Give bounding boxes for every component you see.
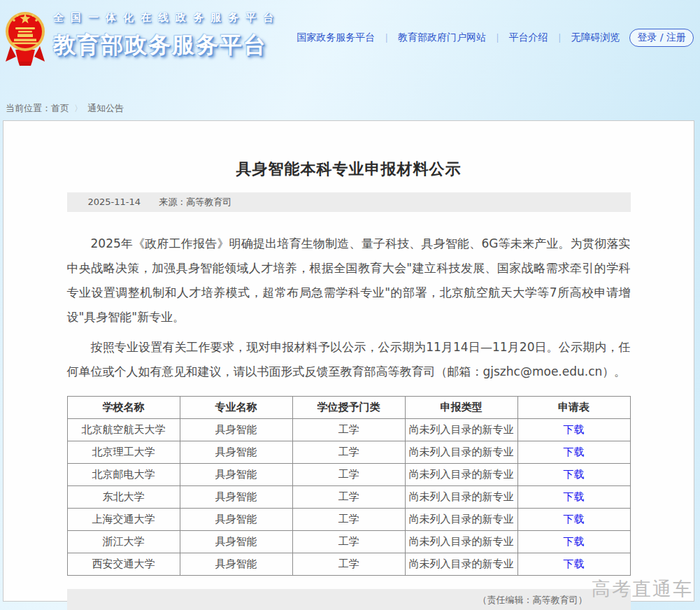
cell-type: 尚未列入目录的新专业 bbox=[405, 553, 517, 576]
editor-note: （责任编辑：高等教育司） bbox=[478, 595, 587, 605]
watermark: 高考直通车 bbox=[592, 576, 693, 602]
cell-school: 北京理工大学 bbox=[67, 441, 180, 464]
cell-school: 北京邮电大学 bbox=[67, 464, 180, 486]
nav-separator: ｜ bbox=[555, 31, 564, 44]
table-body: 北京航空航天大学具身智能工学尚未列入目录的新专业下载北京理工大学具身智能工学尚未… bbox=[67, 419, 630, 576]
download-link[interactable]: 下载 bbox=[564, 513, 585, 525]
article-source: 来源：高等教育司 bbox=[159, 197, 231, 207]
breadcrumb-home-link[interactable]: 首页 bbox=[51, 103, 69, 113]
application-table: 学校名称 专业名称 学位授予门类 申报类型 申请表 北京航空航天大学具身智能工学… bbox=[67, 396, 631, 576]
page: 全国一体化在线政务服务平台 教育部政务服务平台 国家政务服务平台 ｜ 教育部政府… bbox=[0, 0, 700, 610]
national-emblem-icon bbox=[4, 6, 46, 70]
nav-separator: ｜ bbox=[493, 31, 502, 44]
nav-link-national-platform[interactable]: 国家政务服务平台 bbox=[297, 31, 375, 44]
site-header: 全国一体化在线政务服务平台 教育部政务服务平台 国家政务服务平台 ｜ 教育部政府… bbox=[0, 0, 700, 98]
editor-bar: （责任编辑：高等教育司） bbox=[67, 589, 631, 610]
col-type: 申报类型 bbox=[405, 397, 517, 419]
table-row: 北京邮电大学具身智能工学尚未列入目录的新专业下载 bbox=[67, 464, 630, 486]
cell-download: 下载 bbox=[517, 419, 630, 441]
download-link[interactable]: 下载 bbox=[564, 490, 585, 503]
table-row: 西安交通大学具身智能工学尚未列入目录的新专业下载 bbox=[67, 553, 630, 576]
paragraph: 按照专业设置有关工作要求，现对申报材料予以公示，公示期为11月14日—11月20… bbox=[67, 335, 631, 384]
page-title: 具身智能本科专业申报材料公示 bbox=[67, 160, 631, 178]
cell-degree: 工学 bbox=[292, 464, 405, 486]
content-panel: 具身智能本科专业申报材料公示 2025-11-14 来源：高等教育司 2025年… bbox=[3, 120, 694, 602]
cell-major: 具身智能 bbox=[180, 441, 292, 464]
col-school: 学校名称 bbox=[67, 397, 180, 419]
cell-school: 上海交通大学 bbox=[67, 509, 180, 531]
cell-major: 具身智能 bbox=[180, 531, 292, 553]
download-link[interactable]: 下载 bbox=[564, 558, 585, 570]
paragraph: 2025年《政府工作报告》明确提出培育生物制造、量子科技、具身智能、6G等未来产… bbox=[67, 232, 631, 329]
cell-type: 尚未列入目录的新专业 bbox=[405, 441, 517, 464]
article-meta-bar: 2025-11-14 来源：高等教育司 bbox=[67, 192, 631, 212]
nav-link-moe-portal[interactable]: 教育部政府门户网站 bbox=[398, 31, 486, 44]
cell-download: 下载 bbox=[517, 553, 630, 576]
table-row: 东北大学具身智能工学尚未列入目录的新专业下载 bbox=[67, 486, 630, 509]
cell-download: 下载 bbox=[517, 531, 630, 553]
cell-type: 尚未列入目录的新专业 bbox=[405, 509, 517, 531]
platform-subtitle: 全国一体化在线政务服务平台 bbox=[53, 11, 280, 24]
breadcrumb: 当前位置：首页〉通知公告 bbox=[6, 102, 124, 115]
cell-type: 尚未列入目录的新专业 bbox=[405, 531, 517, 553]
cell-degree: 工学 bbox=[292, 553, 405, 576]
platform-title: 教育部政务服务平台 bbox=[53, 30, 280, 61]
cell-download: 下载 bbox=[517, 509, 630, 531]
table-header-row: 学校名称 专业名称 学位授予门类 申报类型 申请表 bbox=[67, 397, 630, 419]
cell-type: 尚未列入目录的新专业 bbox=[405, 464, 517, 486]
table-row: 上海交通大学具身智能工学尚未列入目录的新专业下载 bbox=[67, 509, 630, 531]
cell-degree: 工学 bbox=[292, 486, 405, 509]
top-nav: 国家政务服务平台 ｜ 教育部政府门户网站 ｜ 平台介绍 ｜ 无障碍浏览 登录 /… bbox=[297, 29, 694, 47]
cell-degree: 工学 bbox=[292, 531, 405, 553]
table-row: 浙江大学具身智能工学尚未列入目录的新专业下载 bbox=[67, 531, 630, 553]
article: 具身智能本科专业申报材料公示 2025-11-14 来源：高等教育司 2025年… bbox=[67, 160, 631, 610]
cell-major: 具身智能 bbox=[180, 553, 292, 576]
cell-school: 西安交通大学 bbox=[67, 553, 180, 576]
cell-major: 具身智能 bbox=[180, 419, 292, 441]
table-row: 北京理工大学具身智能工学尚未列入目录的新专业下载 bbox=[67, 441, 630, 464]
brand-titles: 全国一体化在线政务服务平台 教育部政务服务平台 bbox=[53, 6, 280, 61]
cell-degree: 工学 bbox=[292, 441, 405, 464]
table-row: 北京航空航天大学具身智能工学尚未列入目录的新专业下载 bbox=[67, 419, 630, 441]
download-link[interactable]: 下载 bbox=[564, 535, 585, 548]
nav-separator: ｜ bbox=[382, 31, 391, 44]
cell-type: 尚未列入目录的新专业 bbox=[405, 486, 517, 509]
cell-download: 下载 bbox=[517, 441, 630, 464]
col-major: 专业名称 bbox=[180, 397, 292, 419]
cell-school: 浙江大学 bbox=[67, 531, 180, 553]
col-degree: 学位授予门类 bbox=[292, 397, 405, 419]
cell-download: 下载 bbox=[517, 486, 630, 509]
cell-degree: 工学 bbox=[292, 509, 405, 531]
col-download: 申请表 bbox=[517, 397, 630, 419]
cell-school: 北京航空航天大学 bbox=[67, 419, 180, 441]
breadcrumb-current-link[interactable]: 通知公告 bbox=[87, 103, 124, 113]
cell-download: 下载 bbox=[517, 464, 630, 486]
nav-link-platform-intro[interactable]: 平台介绍 bbox=[509, 31, 548, 44]
login-register-button[interactable]: 登录 / 注册 bbox=[629, 29, 694, 47]
cell-major: 具身智能 bbox=[180, 486, 292, 509]
article-body: 2025年《政府工作报告》明确提出培育生物制造、量子科技、具身智能、6G等未来产… bbox=[67, 232, 631, 384]
nav-link-accessibility[interactable]: 无障碍浏览 bbox=[571, 31, 620, 44]
download-link[interactable]: 下载 bbox=[564, 468, 585, 481]
table-header: 学校名称 专业名称 学位授予门类 申报类型 申请表 bbox=[67, 397, 630, 419]
article-date: 2025-11-14 bbox=[88, 197, 141, 207]
download-link[interactable]: 下载 bbox=[564, 446, 585, 458]
download-link[interactable]: 下载 bbox=[564, 423, 585, 436]
cell-major: 具身智能 bbox=[180, 509, 292, 531]
breadcrumb-prefix: 当前位置： bbox=[6, 103, 51, 113]
cell-major: 具身智能 bbox=[180, 464, 292, 486]
cell-degree: 工学 bbox=[292, 419, 405, 441]
cell-type: 尚未列入目录的新专业 bbox=[405, 419, 517, 441]
cell-school: 东北大学 bbox=[67, 486, 180, 509]
site-logo: 全国一体化在线政务服务平台 教育部政务服务平台 bbox=[4, 6, 280, 70]
chevron-right-icon: 〉 bbox=[74, 104, 83, 113]
